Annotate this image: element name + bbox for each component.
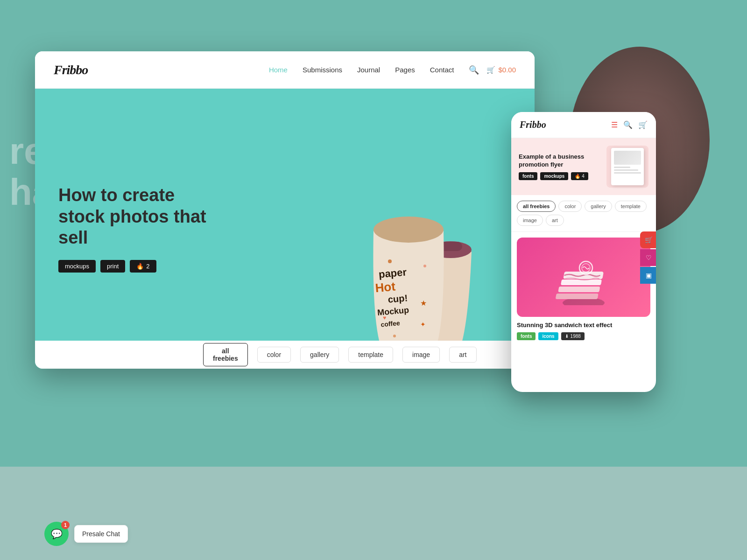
mobile-logo: Fribbo bbox=[520, 119, 611, 130]
tag-mockups[interactable]: mockups bbox=[58, 260, 96, 273]
download-count: 1988 bbox=[571, 334, 581, 339]
promo-text: Example of a business promotion flyer fo… bbox=[519, 153, 601, 181]
filter-color[interactable]: color bbox=[257, 347, 291, 363]
svg-rect-18 bbox=[558, 287, 600, 292]
svg-text:paper: paper bbox=[378, 266, 407, 280]
m-filter-all[interactable]: all freebies bbox=[517, 201, 556, 212]
product-tags: fonts icons ⬇ 1988 bbox=[517, 332, 650, 340]
fire-icon-small: 🔥 bbox=[575, 174, 580, 179]
desktop-nav-icons: 🔍 🛒 $0.00 bbox=[469, 65, 516, 75]
svg-point-10 bbox=[388, 259, 392, 263]
product-title: Stunning 3D sandwich text effect bbox=[517, 322, 650, 329]
product-tag-downloads[interactable]: ⬇ 1988 bbox=[561, 332, 585, 340]
promo-tags: fonts mockups 🔥 4 bbox=[519, 172, 601, 180]
svg-rect-17 bbox=[556, 294, 599, 299]
filter-image[interactable]: image bbox=[402, 347, 440, 363]
mobile-cart-float[interactable]: 🛒 bbox=[640, 231, 656, 248]
m-filter-art[interactable]: art bbox=[546, 215, 564, 226]
download-icon: ⬇ bbox=[565, 334, 569, 339]
mobile-nav: Fribbo ☰ 🔍 🛒 bbox=[511, 112, 656, 138]
promo-title: Example of a business promotion flyer bbox=[519, 153, 601, 169]
search-icon[interactable]: 🔍 bbox=[469, 65, 479, 75]
cart-price: $0.00 bbox=[498, 66, 516, 74]
svg-point-4 bbox=[374, 217, 444, 243]
tag-print[interactable]: print bbox=[100, 260, 125, 273]
mobile-search-icon[interactable]: 🔍 bbox=[623, 120, 633, 129]
mobile-filters: all freebies color gallery template imag… bbox=[511, 195, 656, 232]
hero-tags: mockups print 🔥 2 bbox=[58, 260, 208, 273]
flyer-mockup bbox=[611, 148, 644, 185]
svg-point-11 bbox=[423, 265, 426, 267]
chat-button[interactable]: 💬 1 bbox=[44, 522, 69, 546]
mobile-product: Stunning 3D sandwich text effect fonts i… bbox=[511, 232, 656, 392]
nav-item-home[interactable]: Home bbox=[269, 66, 288, 74]
chat-badge: 1 bbox=[61, 521, 70, 529]
chat-widget: 💬 1 Presale Chat bbox=[44, 522, 128, 546]
product-art bbox=[556, 249, 612, 305]
promo-image bbox=[606, 146, 648, 188]
mobile-float-buttons: 🛒 ♡ ▣ bbox=[640, 231, 656, 284]
hero-content: How to create stock photos that sell moc… bbox=[35, 157, 231, 301]
svg-point-12 bbox=[393, 335, 396, 337]
desktop-logo: Fribbo bbox=[54, 63, 269, 77]
promo-card: Example of a business promotion flyer fo… bbox=[511, 138, 656, 195]
hamburger-icon[interactable]: ☰ bbox=[611, 120, 618, 129]
m-filter-image[interactable]: image bbox=[517, 215, 543, 226]
mobile-cart-icon[interactable]: 🛒 bbox=[638, 120, 648, 129]
filter-all-freebies[interactable]: all freebies bbox=[203, 343, 248, 366]
flyer-line-1 bbox=[614, 167, 630, 168]
desktop-nav: Fribbo Home Submissions Journal Pages Co… bbox=[35, 51, 535, 89]
mobile-nav-icons: ☰ 🔍 🛒 bbox=[611, 120, 648, 129]
chat-icon: 💬 bbox=[51, 528, 63, 539]
svg-text:♥: ♥ bbox=[383, 315, 386, 321]
product-tag-fonts[interactable]: fonts bbox=[517, 332, 536, 340]
nav-item-pages[interactable]: Pages bbox=[395, 66, 415, 74]
fire-icon: 🔥 bbox=[136, 263, 144, 270]
m-filter-template[interactable]: template bbox=[615, 201, 647, 212]
nav-item-journal[interactable]: Journal bbox=[357, 66, 380, 74]
promo-fire-count: 4 bbox=[582, 174, 585, 179]
svg-text:cup!: cup! bbox=[388, 293, 408, 305]
flyer-img bbox=[614, 151, 641, 165]
m-filter-color[interactable]: color bbox=[558, 201, 582, 212]
desktop-nav-links: Home Submissions Journal Pages Contact bbox=[269, 66, 454, 74]
mobile-share-float[interactable]: ▣ bbox=[640, 267, 656, 284]
chat-label[interactable]: Presale Chat bbox=[74, 525, 128, 543]
product-image[interactable] bbox=[517, 238, 650, 317]
cart-button[interactable]: 🛒 $0.00 bbox=[486, 66, 516, 74]
hero-title: How to create stock photos that sell bbox=[58, 185, 208, 249]
desktop-mockup: Fribbo Home Submissions Journal Pages Co… bbox=[35, 51, 535, 369]
desktop-filter-bar: all freebies color gallery template imag… bbox=[35, 341, 535, 369]
m-filter-gallery[interactable]: gallery bbox=[585, 201, 612, 212]
cup-area: paper Hot cup! Mockup coffee ★ ♥ ✦ bbox=[301, 89, 535, 369]
nav-item-contact[interactable]: Contact bbox=[430, 66, 454, 74]
fire-count: 2 bbox=[146, 263, 149, 270]
product-tag-icons[interactable]: icons bbox=[538, 332, 558, 340]
mobile-content: Example of a business promotion flyer fo… bbox=[511, 138, 656, 392]
mobile-fav-float[interactable]: ♡ bbox=[640, 249, 656, 266]
bg-bottom bbox=[0, 467, 747, 560]
nav-item-submissions[interactable]: Submissions bbox=[303, 66, 342, 74]
mobile-mockup: Fribbo ☰ 🔍 🛒 Example of a business promo… bbox=[511, 112, 656, 392]
svg-text:★: ★ bbox=[420, 299, 427, 307]
flyer-line-3 bbox=[614, 172, 641, 174]
flyer-line-2 bbox=[614, 169, 638, 171]
filter-gallery[interactable]: gallery bbox=[300, 347, 339, 363]
svg-text:Hot: Hot bbox=[374, 279, 396, 295]
desktop-hero: How to create stock photos that sell moc… bbox=[35, 89, 535, 369]
filter-template[interactable]: template bbox=[348, 347, 393, 363]
promo-fire-tag[interactable]: 🔥 4 bbox=[571, 172, 588, 180]
filter-art[interactable]: art bbox=[449, 347, 476, 363]
svg-text:✦: ✦ bbox=[420, 321, 426, 328]
cart-icon: 🛒 bbox=[486, 66, 495, 74]
svg-rect-19 bbox=[561, 280, 602, 285]
promo-tag-mockups[interactable]: mockups bbox=[540, 172, 568, 180]
tag-fire[interactable]: 🔥 2 bbox=[130, 260, 156, 273]
promo-tag-fonts[interactable]: fonts bbox=[519, 172, 537, 180]
